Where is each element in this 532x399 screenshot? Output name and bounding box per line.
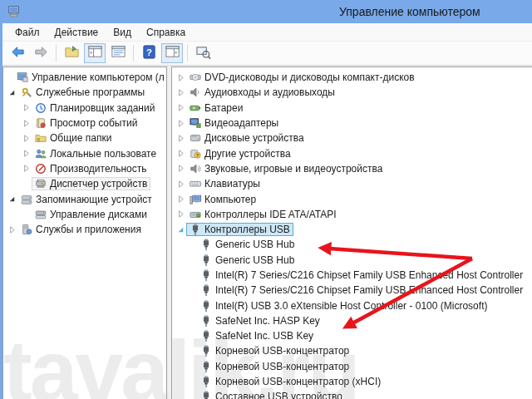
item-body: Intel(R) USB 3.0 eXtensible Host Control…	[197, 299, 490, 313]
expander-expanded-icon[interactable]	[7, 87, 17, 97]
item-body: Корневой USB-концентратор	[197, 344, 352, 357]
item-body: Корневой USB-концентратор (xHCI)	[197, 375, 384, 388]
tree-item[interactable]: Аудиовходы и аудиовыходы	[172, 85, 532, 100]
tree-item[interactable]: Generic USB Hub	[172, 237, 532, 252]
expander-collapsed-icon[interactable]	[22, 133, 32, 143]
tree-item[interactable]: SafeNet Inc. USB Key	[172, 328, 532, 343]
expander-collapsed-icon[interactable]	[22, 164, 32, 174]
expander-collapsed-icon[interactable]	[22, 118, 32, 128]
tree-item[interactable]: Планировщик заданий	[3, 101, 166, 116]
tree-item-label: Управление компьютером (л	[32, 71, 165, 83]
display-adapter-icon	[190, 117, 201, 129]
expander-collapsed-icon[interactable]	[22, 103, 32, 113]
usb-device-icon	[200, 376, 212, 387]
item-body: Локальные пользовате	[32, 147, 160, 160]
tree-item[interactable]: Общие папки	[3, 131, 166, 145]
usb-controller-icon	[190, 224, 201, 235]
item-body: Generic USB Hub	[197, 254, 298, 267]
help-button[interactable]: ?	[138, 43, 160, 63]
usb-device-icon	[200, 330, 212, 342]
tree-item[interactable]: SafeNet Inc. HASP Key	[172, 313, 532, 328]
tree-item[interactable]: Звуковые, игровые и видеоустройства	[172, 161, 532, 176]
tree-item[interactable]: Дисковые устройства	[172, 131, 532, 145]
back-button[interactable]	[7, 43, 28, 63]
tree-item-label: Планировщик заданий	[50, 102, 155, 114]
expander-collapsed-icon[interactable]	[176, 72, 186, 82]
menu-item-action[interactable]: Действие	[47, 24, 106, 41]
console-tree-toggle[interactable]	[84, 43, 106, 63]
expander-collapsed-icon[interactable]	[7, 224, 17, 234]
tree-item[interactable]: Контроллеры IDE ATA/ATAPI	[172, 207, 532, 222]
menu-bar: ФайлДействиеВидСправка	[2, 23, 532, 42]
console-tree-panel: Управление компьютером (лСлужебные прогр…	[2, 66, 167, 399]
tree-item[interactable]: Батареи	[172, 101, 532, 116]
tree-item[interactable]: Составное USB устройство	[172, 389, 532, 399]
tree-item[interactable]: Запоминающие устройст	[3, 191, 166, 206]
computer-window-icon[interactable]	[7, 4, 22, 19]
tree-item[interactable]: Клавиатуры	[172, 176, 532, 191]
menu-item-help[interactable]: Справка	[139, 24, 193, 41]
tree-item[interactable]: Компьютер	[172, 191, 532, 206]
tree-item[interactable]: Службы и приложения	[3, 222, 166, 237]
computer-icon	[190, 194, 201, 205]
event-viewer-icon	[35, 117, 47, 129]
console-content: Управление компьютером (лСлужебные прогр…	[2, 66, 532, 399]
services-icon	[21, 224, 32, 235]
show-hide-tree-button[interactable]	[61, 43, 82, 63]
tree-item-label: Запоминающие устройст	[36, 194, 152, 205]
item-body: Производительность	[32, 162, 150, 175]
tree-item[interactable]: Служебные программы	[3, 85, 166, 100]
tree-item-label: Generic USB Hub	[215, 254, 294, 266]
tree-item[interactable]: ?Другие устройства	[172, 145, 532, 160]
item-body: DVD-дисководы и дисководы компакт-дисков	[186, 71, 418, 84]
tree-item[interactable]: Видеоадаптеры	[172, 116, 532, 131]
item-body: Службы и приложения	[17, 223, 145, 236]
expander-collapsed-icon[interactable]	[176, 179, 186, 189]
expander-expanded-icon[interactable]	[7, 195, 17, 204]
forward-button[interactable]	[30, 43, 52, 63]
action-pane-toggle[interactable]	[161, 43, 183, 63]
item-body: Общие папки	[32, 131, 115, 145]
tree-item[interactable]: Диспетчер устройств	[3, 176, 166, 191]
properties-button[interactable]	[107, 43, 129, 63]
tree-item[interactable]: DVD-дисководы и дисководы компакт-дисков	[172, 70, 532, 85]
item-body: Планировщик заданий	[32, 101, 158, 115]
tree-item[interactable]: Локальные пользовате	[3, 145, 166, 160]
tree-item[interactable]: Корневой USB-концентратор (xHCI)	[172, 374, 532, 389]
tree-item[interactable]: Корневой USB-концентратор	[172, 343, 532, 358]
svg-text:?: ?	[196, 153, 200, 158]
tree-item[interactable]: Контроллеры USB	[172, 222, 532, 237]
expander-expanded-icon[interactable]	[176, 224, 186, 234]
battery-icon	[190, 102, 201, 114]
expander-collapsed-icon[interactable]	[176, 103, 186, 113]
expander-collapsed-icon[interactable]	[22, 149, 32, 159]
window-title: Управление компьютером	[339, 5, 480, 18]
menu-item-view[interactable]: Вид	[106, 24, 139, 41]
device-list-panel: DVD-дисководы и дисководы компакт-дисков…	[171, 66, 532, 399]
tree-item[interactable]: Управление дисками	[3, 207, 166, 222]
tree-item[interactable]: Просмотр событий	[3, 116, 166, 131]
tree-item[interactable]: Корневой USB-концентратор	[172, 359, 532, 374]
tree-item-label: Другие устройства	[204, 148, 291, 160]
expander-collapsed-icon[interactable]	[176, 133, 186, 143]
tree-item[interactable]: Производительность	[3, 161, 166, 176]
expander-collapsed-icon[interactable]	[176, 209, 186, 219]
scan-hardware-button[interactable]	[192, 43, 214, 63]
expander-collapsed-icon[interactable]	[176, 164, 186, 174]
tree-item[interactable]: Управление компьютером (л	[3, 70, 166, 85]
expander-collapsed-icon[interactable]	[176, 149, 186, 159]
tree-item[interactable]: Intel(R) 7 Series/C216 Chipset Family US…	[172, 268, 532, 283]
tree-item-label: Корневой USB-концентратор (xHCI)	[215, 376, 381, 387]
tree-item[interactable]: Intel(R) 7 Series/C216 Chipset Family US…	[172, 283, 532, 298]
disk-management-icon	[35, 209, 47, 220]
menu-item-file[interactable]: Файл	[7, 24, 47, 41]
forward-icon	[33, 44, 49, 63]
disk-drive-icon	[190, 132, 201, 144]
tree-item[interactable]: Intel(R) USB 3.0 eXtensible Host Control…	[172, 298, 532, 313]
window-tree-icon	[87, 44, 103, 63]
tree-item[interactable]: Generic USB Hub	[172, 253, 532, 268]
item-body: Клавиатуры	[186, 177, 264, 190]
expander-collapsed-icon[interactable]	[176, 195, 186, 204]
expander-collapsed-icon[interactable]	[176, 118, 186, 128]
expander-collapsed-icon[interactable]	[176, 87, 186, 97]
